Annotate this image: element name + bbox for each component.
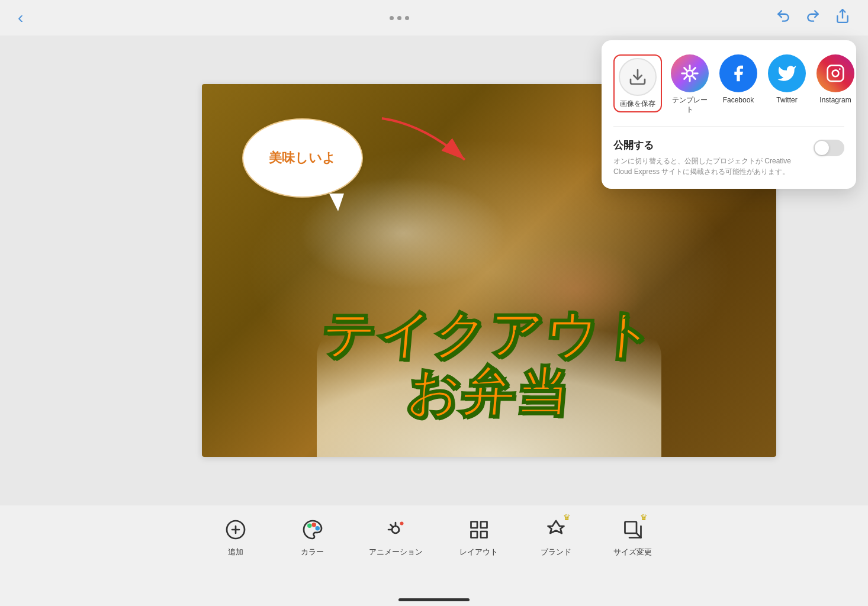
redo-button[interactable] (805, 8, 821, 27)
tool-resize[interactable]: ♛ サイズ変更 (612, 517, 654, 557)
svg-point-13 (400, 522, 404, 526)
save-image-label: 画像を保存 (620, 99, 655, 109)
svg-point-11 (307, 524, 312, 528)
main-text-line2: お弁当 (217, 364, 760, 421)
svg-point-10 (315, 526, 320, 531)
brand-icon: ♛ (544, 517, 568, 542)
template-icon[interactable] (671, 54, 709, 92)
dot-menu[interactable] (390, 16, 409, 20)
svg-point-9 (311, 523, 316, 527)
public-section: 公開する オンに切り替えると、公開したプロジェクトが Creative Clou… (613, 138, 844, 177)
layout-icon (467, 517, 491, 542)
twitter-icon[interactable] (768, 54, 806, 92)
home-indicator (398, 598, 470, 601)
svg-point-3 (687, 70, 693, 77)
bottom-toolbar: 追加 カラー アニメーション (0, 505, 868, 588)
top-bar: ‹ (0, 0, 868, 36)
speech-bubble-text: 美味しいよ (269, 149, 336, 167)
back-button[interactable]: ‹ (18, 9, 23, 26)
resize-label: サイズ変更 (613, 547, 652, 557)
animation-label: アニメーション (369, 547, 423, 557)
undo-button[interactable] (776, 8, 791, 27)
dot1 (390, 16, 394, 20)
svg-rect-14 (471, 522, 477, 528)
svg-rect-18 (625, 522, 636, 534)
dot3 (405, 16, 409, 20)
save-image-highlighted[interactable]: 画像を保存 (613, 54, 662, 112)
brand-label: ブランド (541, 547, 571, 557)
dot2 (397, 16, 401, 20)
left-sidebar (0, 36, 110, 505)
instagram-icon[interactable] (816, 54, 854, 92)
svg-rect-17 (481, 531, 487, 538)
public-title: 公開する (613, 138, 804, 152)
top-bar-left: ‹ (18, 9, 23, 26)
svg-rect-16 (471, 531, 477, 538)
add-icon (223, 517, 248, 542)
tool-add[interactable]: 追加 (215, 517, 256, 557)
svg-rect-15 (481, 522, 487, 528)
share-popup: 画像を保存 テンプレート Facebook (602, 40, 856, 189)
save-image-item[interactable]: 画像を保存 (617, 58, 658, 109)
top-bar-right (776, 8, 850, 27)
facebook-icon[interactable] (719, 54, 757, 92)
tool-layout[interactable]: レイアウト (458, 517, 500, 557)
tool-animation[interactable]: アニメーション (369, 517, 423, 557)
share-icons-row: 画像を保存 テンプレート Facebook (613, 54, 844, 127)
add-label: 追加 (228, 547, 243, 557)
template-label: テンプレート (672, 96, 708, 114)
twitter-item[interactable]: Twitter (766, 54, 808, 105)
template-item[interactable]: テンプレート (669, 54, 711, 114)
resize-crown: ♛ (640, 512, 648, 522)
facebook-item[interactable]: Facebook (718, 54, 759, 105)
instagram-item[interactable]: Instagram (815, 54, 856, 105)
share-button[interactable] (835, 8, 850, 27)
facebook-label: Facebook (723, 96, 754, 105)
animation-icon (383, 517, 408, 542)
twitter-label: Twitter (776, 96, 797, 105)
save-image-icon[interactable] (619, 58, 657, 96)
instagram-label: Instagram (819, 96, 851, 105)
main-text-overlay: テイクアウト お弁当 (220, 307, 758, 421)
color-icon (300, 517, 325, 542)
public-text-block: 公開する オンに切り替えると、公開したプロジェクトが Creative Clou… (613, 138, 804, 177)
layout-label: レイアウト (459, 547, 498, 557)
svg-rect-4 (828, 66, 844, 82)
public-toggle[interactable] (814, 140, 844, 156)
resize-icon: ♛ (621, 517, 645, 542)
tool-brand[interactable]: ♛ ブランド (535, 517, 577, 557)
speech-bubble: 美味しいよ (243, 120, 362, 196)
color-label: カラー (301, 547, 324, 557)
tool-color[interactable]: カラー (292, 517, 333, 557)
public-desc: オンに切り替えると、公開したプロジェクトが Creative Cloud Exp… (613, 156, 804, 177)
main-text-line1: テイクアウト (217, 307, 760, 364)
brand-crown: ♛ (563, 512, 571, 522)
